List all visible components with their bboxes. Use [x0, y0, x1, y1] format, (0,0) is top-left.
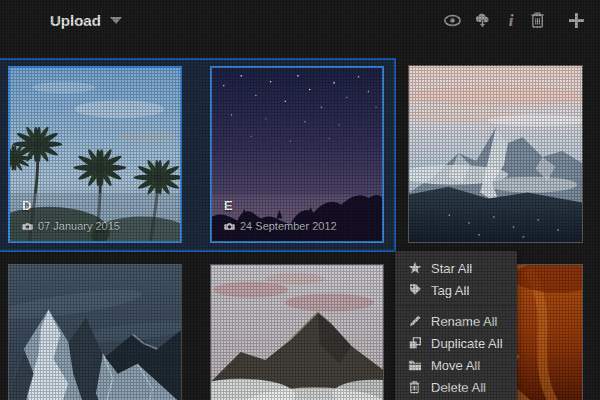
menu-item-star-all[interactable]: Star All	[395, 257, 517, 279]
pencil-icon	[407, 314, 422, 329]
toolbar: Upload i	[0, 0, 600, 46]
camera-icon	[224, 222, 235, 231]
menu-item-rename-all[interactable]: Rename All	[395, 310, 517, 332]
context-menu: Star All Tag All Rename All Duplicate Al…	[395, 251, 517, 400]
gallery-app: Upload i	[0, 0, 600, 400]
upload-button[interactable]: Upload	[50, 7, 122, 33]
photo-date: 07 January 2015	[22, 220, 120, 232]
tag-icon	[407, 283, 422, 298]
photo-label: E	[224, 198, 233, 213]
photo-thumbnail-snow-peaks[interactable]	[8, 264, 182, 400]
menu-item-duplicate-all[interactable]: Duplicate All	[395, 332, 517, 354]
upload-label: Upload	[50, 12, 101, 29]
duplicate-icon	[407, 336, 422, 351]
snow-mountain-sunset-image	[409, 66, 582, 242]
add-icon[interactable]	[566, 10, 586, 30]
trash-icon	[407, 380, 422, 395]
snow-peaks-dusk-image	[9, 265, 181, 400]
palm-trees-image	[10, 68, 180, 241]
photo-thumbnail-e[interactable]: E 24 September 2012	[210, 66, 384, 243]
menu-separator	[395, 305, 517, 306]
eye-icon[interactable]	[442, 10, 462, 30]
info-icon[interactable]: i	[501, 10, 521, 30]
menu-item-delete-all[interactable]: Delete All	[395, 376, 517, 398]
photo-thumbnail-foggy-mountain[interactable]	[210, 264, 384, 400]
photo-date: 24 September 2012	[224, 220, 337, 232]
folder-icon	[407, 358, 422, 373]
photo-thumbnail-mountain-sunset[interactable]	[408, 65, 583, 243]
dropdown-caret-icon	[110, 17, 122, 24]
star-icon	[407, 261, 422, 276]
photo-thumbnail-d[interactable]: D 07 January 2015	[8, 66, 182, 243]
menu-item-tag-all[interactable]: Tag All	[395, 279, 517, 301]
camera-icon	[22, 222, 33, 231]
photo-label: D	[22, 198, 31, 213]
menu-item-move-all[interactable]: Move All	[395, 354, 517, 376]
night-sky-image	[212, 68, 382, 241]
cloud-download-icon[interactable]	[472, 10, 492, 30]
foggy-mountain-image	[211, 265, 383, 400]
trash-icon[interactable]	[527, 10, 547, 30]
